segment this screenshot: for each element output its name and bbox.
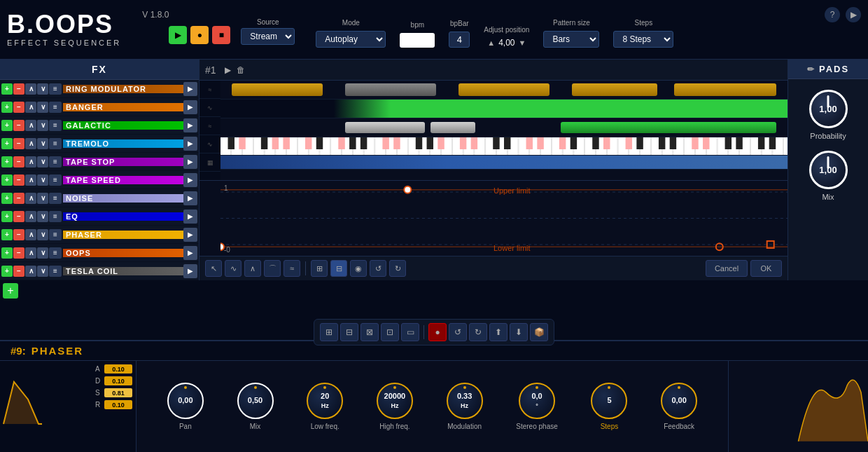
fx-down-btn[interactable]: ∨	[37, 156, 48, 167]
env-tool-peak[interactable]: ∧	[244, 260, 261, 277]
seq-tool-add[interactable]: ⊞	[320, 323, 338, 341]
probability-knob[interactable]: 1,00	[809, 90, 848, 128]
adsr-attack-bar[interactable]: 0.10	[104, 364, 132, 374]
fx-item-name-tape-speed[interactable]: TAPE SPEED	[63, 176, 183, 184]
seq-tool-remove[interactable]: ⊟	[340, 323, 358, 341]
pattern-select[interactable]: Bars Beats Steps	[543, 31, 599, 48]
arrow-down-icon[interactable]: ▼	[519, 39, 526, 47]
fx-menu-btn[interactable]: ≡	[49, 266, 62, 277]
fx-up-btn[interactable]: ∧	[25, 83, 36, 95]
fx-arrow-banger[interactable]: ▶	[183, 100, 197, 114]
fx-sub-btn[interactable]: −	[13, 193, 24, 204]
fx-add-btn[interactable]: +	[1, 211, 13, 222]
bpm-display[interactable]	[400, 33, 435, 48]
fx-up-btn[interactable]: ∧	[25, 266, 36, 277]
env-tool-grid[interactable]: ⊞	[311, 260, 328, 277]
fx-sub-btn[interactable]: −	[13, 229, 24, 240]
env-tool-circle[interactable]: ◉	[350, 260, 367, 277]
note-block[interactable]	[572, 83, 657, 96]
fx-arrow-galactic[interactable]: ▶	[183, 118, 197, 132]
seq-tool-grid[interactable]: ⊠	[360, 323, 379, 341]
fx-sub-btn[interactable]: −	[13, 138, 24, 149]
fx-sub-btn[interactable]: −	[13, 83, 24, 95]
fx-add-btn[interactable]: +	[1, 174, 13, 186]
piano-roll[interactable]: ≈ ∿ ≈ ∿ ▦	[200, 81, 788, 180]
fx-menu-btn[interactable]: ≡	[49, 83, 62, 95]
fx-up-btn[interactable]: ∧	[25, 229, 36, 240]
fx-add-btn[interactable]: +	[1, 247, 13, 259]
fx-sub-btn[interactable]: −	[13, 211, 24, 222]
env-tool-select[interactable]: ↖	[205, 260, 222, 277]
adsr-sustain-bar[interactable]: 0.81	[104, 388, 132, 397]
fx-arrow-ring[interactable]: ▶	[183, 82, 197, 96]
seq-tool-up[interactable]: ⬆	[489, 323, 507, 341]
adsr-release-bar[interactable]: 0.10	[104, 400, 132, 409]
feedback-knob[interactable]: 0,00	[661, 383, 697, 419]
fx-item-name-noise[interactable]: NOISE	[63, 194, 183, 203]
modulation-knob[interactable]: 0.33 Hz	[447, 383, 483, 419]
fx-add-btn[interactable]: +	[1, 266, 13, 277]
fx-item-name-banger[interactable]: BANGER	[63, 103, 183, 111]
fx-item-name-tremolo[interactable]: TREMOLO	[63, 139, 183, 148]
fx-sub-btn[interactable]: −	[13, 247, 24, 259]
stereo-phase-knob[interactable]: 0,0 °	[519, 383, 555, 419]
note-block[interactable]	[458, 83, 550, 96]
fx-global-add-btn[interactable]: +	[3, 283, 18, 299]
note-block[interactable]	[430, 122, 476, 133]
fx-up-btn[interactable]: ∧	[25, 120, 36, 131]
fx-item-name-oops[interactable]: OOPS	[63, 249, 183, 257]
env-tool-wave[interactable]: ≈	[284, 260, 300, 277]
steps-select[interactable]: 4 Steps 8 Steps 16 Steps 32 Steps	[613, 31, 673, 48]
seq-tool-box[interactable]: ▭	[401, 323, 419, 341]
fx-menu-btn[interactable]: ≡	[49, 174, 62, 186]
note-block[interactable]	[561, 122, 776, 133]
record-button[interactable]: ●	[190, 26, 209, 44]
fx-arrow-tape-stop[interactable]: ▶	[183, 155, 197, 169]
fx-sub-btn[interactable]: −	[13, 266, 24, 277]
fx-menu-btn[interactable]: ≡	[49, 120, 62, 131]
note-block[interactable]	[345, 122, 424, 133]
fx-arrow-tremolo[interactable]: ▶	[183, 137, 197, 151]
fx-menu-btn[interactable]: ≡	[49, 247, 62, 259]
help-icon[interactable]: ?	[825, 7, 840, 22]
seq-tool-undo[interactable]: ↺	[449, 323, 467, 341]
seq-play-button[interactable]: ▶	[222, 64, 234, 76]
play-button[interactable]: ▶	[169, 26, 187, 44]
env-ok-button[interactable]: OK	[750, 260, 782, 277]
seq-tool-redo[interactable]: ↻	[469, 323, 487, 341]
pan-knob[interactable]: 0,00	[167, 383, 204, 419]
env-tool-sine[interactable]: ∿	[225, 260, 241, 277]
env-tool-redo[interactable]: ↻	[389, 260, 406, 277]
fx-arrow-eq[interactable]: ▶	[183, 210, 197, 224]
env-cancel-button[interactable]: Cancel	[706, 260, 748, 277]
env-tool-grid2[interactable]: ⊟	[330, 260, 347, 277]
seq-tool-rec[interactable]: ●	[428, 323, 447, 341]
fx-item-name-galactic[interactable]: GALACTIC	[63, 121, 183, 130]
seq-tool-down[interactable]: ⬇	[510, 323, 528, 341]
mode-select[interactable]: Autoplay Manual MIDI	[316, 31, 386, 48]
fx-up-btn[interactable]: ∧	[25, 211, 36, 222]
fx-down-btn[interactable]: ∨	[37, 102, 48, 113]
fx-arrow-oops[interactable]: ▶	[183, 246, 197, 260]
fx-down-btn[interactable]: ∨	[37, 174, 48, 186]
fx-down-btn[interactable]: ∨	[37, 211, 48, 222]
fx-down-btn[interactable]: ∨	[37, 83, 48, 95]
fx-down-btn[interactable]: ∨	[37, 266, 48, 277]
bpbar-display[interactable]: 4	[449, 32, 470, 48]
fx-down-btn[interactable]: ∨	[37, 120, 48, 131]
fx-item-name-eq[interactable]: EQ	[63, 212, 183, 221]
fx-item-name-phaser[interactable]: PHASER	[63, 231, 183, 239]
stop-button[interactable]: ■	[212, 26, 230, 44]
fx-menu-btn[interactable]: ≡	[49, 229, 62, 240]
fx-up-btn[interactable]: ∧	[25, 156, 36, 167]
mix-knob[interactable]: 1,00	[809, 151, 848, 189]
fx-add-btn[interactable]: +	[1, 229, 13, 240]
steps-knob[interactable]: 5	[591, 383, 627, 419]
fx-down-btn[interactable]: ∨	[37, 229, 48, 240]
fx-up-btn[interactable]: ∧	[25, 138, 36, 149]
fx-arrow-noise[interactable]: ▶	[183, 191, 197, 205]
arrow-up-icon[interactable]: ▲	[487, 39, 495, 47]
fx-menu-btn[interactable]: ≡	[49, 102, 62, 113]
fx-menu-btn[interactable]: ≡	[49, 211, 62, 222]
fx-arrow-tesla[interactable]: ▶	[183, 264, 197, 278]
